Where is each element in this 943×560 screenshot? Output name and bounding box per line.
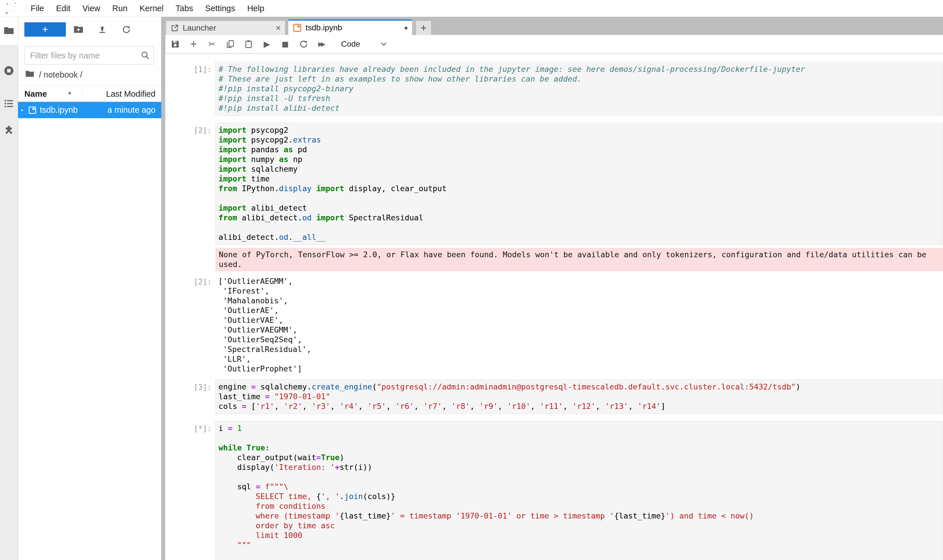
- tab-launcher[interactable]: Launcher×: [166, 21, 285, 35]
- cell-prompt: [2]:: [165, 274, 215, 374]
- sidebar-tab-running[interactable]: [0, 57, 18, 86]
- run-icon[interactable]: ▶: [260, 37, 273, 51]
- new-tab-button[interactable]: +: [416, 21, 431, 35]
- menu-item-kernel[interactable]: Kernel: [133, 0, 170, 17]
- column-header-modified[interactable]: Last Modified: [106, 89, 156, 99]
- refresh-icon[interactable]: [120, 24, 133, 35]
- table-of-contents-icon: [4, 99, 14, 109]
- extensions-icon: [4, 125, 14, 136]
- code-cell: [3]:engine = sqlalchemy.create_engine("p…: [165, 380, 943, 414]
- stderr-output: None of PyTorch, TensorFlow >= 2.0, or F…: [165, 248, 943, 271]
- file-row[interactable]: ●tsdb.ipynba minute ago: [18, 102, 161, 118]
- menu-items: FileEditViewRunKernelTabsSettingsHelp: [25, 0, 270, 17]
- main-area: Launcher×tsdb.ipynb●+ ✂ ▶ ■ ▶▶ Code [1]:…: [165, 17, 943, 560]
- code-cell: [1]:# The following libraries have alrea…: [165, 62, 943, 116]
- file-list-header: Name ▲ Last Modified: [18, 86, 161, 102]
- sidebar-tab-toc[interactable]: [0, 90, 18, 118]
- left-sidebar-strip: [0, 17, 18, 560]
- file-modified: a minute ago: [107, 105, 156, 115]
- notebook-icon: [293, 23, 301, 32]
- add-cell-icon[interactable]: [187, 37, 200, 51]
- run-all-icon[interactable]: ▶▶: [315, 37, 329, 51]
- breadcrumb-path[interactable]: / notebook /: [39, 70, 82, 80]
- tab-label: tsdb.ipynb: [306, 23, 398, 32]
- cell-output-text: ['OutlierAEGMM', 'IForest', 'Mahalanobis…: [215, 274, 943, 374]
- panel-splitter[interactable]: [161, 17, 165, 560]
- menu-item-view[interactable]: View: [76, 0, 106, 17]
- cell-prompt: [3]:: [165, 380, 215, 414]
- close-icon[interactable]: ×: [275, 23, 281, 33]
- cell-prompt: [*]:: [165, 421, 215, 560]
- code-cell: [2]:import psycopg2import psycopg2.extra…: [165, 123, 943, 245]
- folder-icon[interactable]: [25, 70, 34, 80]
- paste-icon[interactable]: [242, 37, 255, 51]
- search-icon: [140, 51, 150, 61]
- tab-label: Launcher: [183, 23, 270, 32]
- copy-icon[interactable]: [224, 37, 237, 51]
- sidebar-tab-extensions[interactable]: [0, 116, 18, 145]
- menu-bar: FileEditViewRunKernelTabsSettingsHelp: [0, 0, 943, 17]
- cell-prompt: [2]:: [165, 123, 215, 245]
- upload-icon[interactable]: [96, 24, 108, 35]
- folder-icon: [4, 26, 14, 36]
- notebook-toolbar: ✂ ▶ ■ ▶▶ Code: [165, 35, 943, 53]
- stderr-message: None of PyTorch, TensorFlow >= 2.0, or F…: [215, 248, 943, 271]
- dock-tab-bar: Launcher×tsdb.ipynb●+: [165, 17, 943, 35]
- menu-item-tabs[interactable]: Tabs: [170, 0, 199, 17]
- sort-ascending-icon[interactable]: ▲: [67, 90, 72, 95]
- menu-item-settings[interactable]: Settings: [199, 0, 241, 17]
- filter-files-input[interactable]: [24, 46, 154, 65]
- cell-prompt: [165, 248, 215, 271]
- breadcrumb[interactable]: / notebook /: [25, 69, 82, 80]
- menu-item-run[interactable]: Run: [106, 0, 133, 17]
- file-list: ●tsdb.ipynba minute ago: [18, 102, 161, 118]
- code-cell: [*]:i = 1 while True: clear_output(wait=…: [165, 421, 943, 560]
- notebook-cells: [1]:# The following libraries have alrea…: [165, 53, 943, 560]
- cut-icon[interactable]: ✂: [205, 37, 219, 51]
- cell-editor[interactable]: import psycopg2import psycopg2.extrasimp…: [215, 123, 943, 245]
- output-output: [2]:['OutlierAEGMM', 'IForest', 'Mahalan…: [165, 274, 943, 374]
- new-launcher-button[interactable]: +: [24, 22, 66, 37]
- menu-item-edit[interactable]: Edit: [50, 0, 76, 17]
- launcher-icon: [171, 24, 179, 32]
- dirty-indicator-icon[interactable]: ●: [404, 24, 408, 32]
- restart-kernel-icon[interactable]: [297, 37, 310, 51]
- cell-editor[interactable]: # The following libraries have already b…: [215, 62, 943, 116]
- jupyter-logo: [5, 2, 17, 15]
- cell-editor[interactable]: engine = sqlalchemy.create_engine("postg…: [215, 380, 943, 414]
- save-icon[interactable]: [169, 37, 182, 51]
- cell-prompt: [1]:: [165, 62, 215, 116]
- new-folder-icon[interactable]: [72, 24, 85, 35]
- file-name: tsdb.ipynb: [40, 105, 107, 115]
- notebook-icon: [26, 106, 39, 114]
- dirty-indicator-icon: ●: [18, 108, 26, 112]
- chevron-down-icon[interactable]: [380, 42, 387, 46]
- column-header-name[interactable]: Name: [24, 89, 47, 99]
- menu-item-help[interactable]: Help: [241, 0, 270, 17]
- sidebar-tab-files[interactable]: [0, 17, 18, 46]
- cell-editor[interactable]: i = 1 while True: clear_output(wait=True…: [215, 421, 943, 560]
- stop-icon[interactable]: ■: [279, 37, 292, 51]
- menu-item-file[interactable]: File: [25, 0, 50, 17]
- tab-tsdb.ipynb[interactable]: tsdb.ipynb●: [288, 20, 412, 35]
- file-browser-panel: + / notebook / Name ▲ Last Modified ●tsd…: [18, 17, 161, 560]
- running-kernels-icon: [3, 65, 14, 77]
- cell-type-dropdown[interactable]: Code: [341, 40, 360, 49]
